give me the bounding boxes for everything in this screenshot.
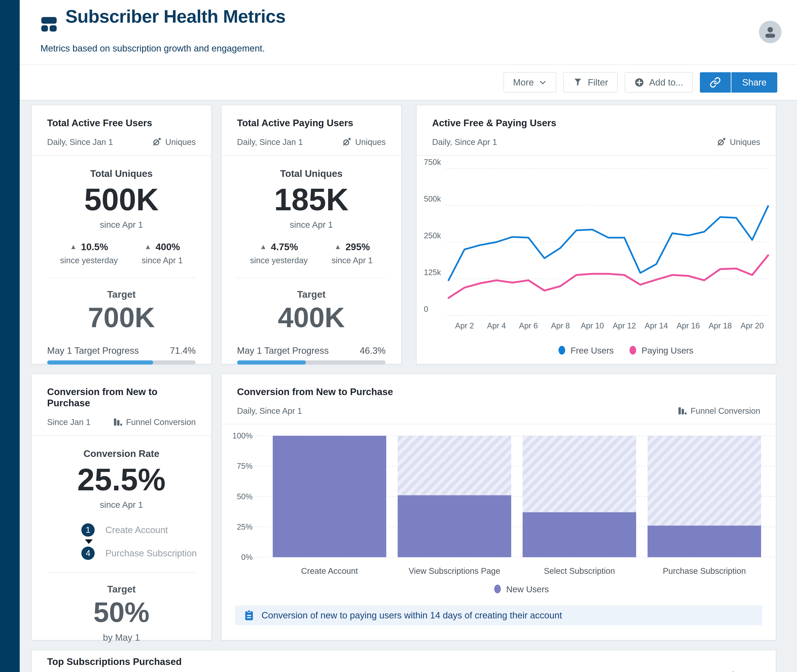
share-button-label: Share xyxy=(742,77,767,88)
svg-text:125k: 125k xyxy=(424,268,441,277)
target-value: 700K xyxy=(32,303,211,332)
card-head: Active Free & Paying Users Daily, Since … xyxy=(417,105,776,155)
svg-text:Apr 18: Apr 18 xyxy=(709,322,732,330)
card-head: Conversion from New to Purchase Daily, S… xyxy=(222,374,776,424)
uniques-icon xyxy=(152,137,161,147)
target-value: 50% xyxy=(32,598,211,627)
delta-since-apr: ▲295% since Apr 1 xyxy=(332,241,373,265)
more-button[interactable]: More xyxy=(503,72,556,93)
progress-bar xyxy=(47,360,196,365)
svg-text:Apr 6: Apr 6 xyxy=(519,322,538,330)
up-triangle-icon: ▲ xyxy=(334,243,342,251)
svg-text:Paying Users: Paying Users xyxy=(642,346,693,355)
metric-label: Total Uniques xyxy=(222,168,401,179)
svg-text:0: 0 xyxy=(424,305,428,314)
left-sidebar xyxy=(0,0,20,672)
copy-link-button[interactable] xyxy=(700,72,732,93)
add-to-button[interactable]: Add to... xyxy=(625,72,693,93)
card-title: Conversion from New to Purchase xyxy=(47,386,196,408)
svg-text:Apr 8: Apr 8 xyxy=(551,322,570,330)
target-progress-row: May 1 Target Progress 46.3% xyxy=(237,346,386,356)
card-subtitle: Daily, Apr-Jun 1 xyxy=(47,671,105,672)
page-header: Subscriber Health Metrics Metrics based … xyxy=(20,0,797,65)
link-icon xyxy=(710,77,721,88)
card-conversion-funnel-chart: 100%75%50%25%0%Create AccountView Subscr… xyxy=(221,374,776,640)
metric-value: 185K xyxy=(222,183,401,216)
card-top-subscriptions: Top Subscriptions Purchased Daily, Apr-J… xyxy=(31,650,776,672)
card-body: Total Uniques 185K since Apr 1 ▲4.75% si… xyxy=(222,168,401,365)
card-head: Top Subscriptions Purchased Daily, Apr-J… xyxy=(32,650,776,672)
card-subtitle: Since Jan 1 xyxy=(47,418,91,427)
more-button-label: More xyxy=(513,77,534,88)
card-title: Conversion from New to Purchase xyxy=(237,386,760,397)
card-subtitle: Daily, Since Jan 1 xyxy=(237,138,303,147)
svg-text:New Users: New Users xyxy=(506,584,549,594)
card-subtitle: Daily, Since Jan 1 xyxy=(47,138,113,147)
chart-note-text: Conversion of new to paying users within… xyxy=(262,610,562,621)
card-conversion-summary: Conversion from New to Purchase Since Ja… xyxy=(31,374,212,640)
uniques-icon xyxy=(342,137,351,147)
divider xyxy=(47,572,196,573)
step-number-badge: 1 xyxy=(81,523,95,537)
filter-funnel-icon xyxy=(573,77,583,87)
up-triangle-icon: ▲ xyxy=(144,243,152,251)
progress-bar-fill xyxy=(237,360,306,365)
metric-mode: Funnel Conversion xyxy=(113,417,196,427)
svg-text:Apr 16: Apr 16 xyxy=(677,322,700,330)
card-head: Total Active Free Users Daily, Since Jan… xyxy=(32,105,211,155)
add-to-button-label: Add to... xyxy=(649,77,683,88)
card-total-active-free-users: Total Active Free Users Daily, Since Jan… xyxy=(31,105,212,364)
svg-text:0%: 0% xyxy=(241,553,252,562)
funnel-steps: 1 Create Account 4 Purchase Subscription xyxy=(81,523,211,560)
person-icon xyxy=(762,24,778,40)
metric-value: 25.5% xyxy=(32,463,211,496)
metric-mode: Uniques xyxy=(152,137,196,147)
share-button-group: Share xyxy=(700,72,777,93)
share-button[interactable]: Share xyxy=(732,72,777,93)
svg-text:500k: 500k xyxy=(424,195,441,203)
uniques-icon xyxy=(717,137,726,147)
plus-circle-icon xyxy=(634,77,644,87)
svg-text:750k: 750k xyxy=(424,158,441,166)
svg-text:Apr 14: Apr 14 xyxy=(645,322,668,330)
card-total-active-paying-users: Total Active Paying Users Daily, Since J… xyxy=(221,105,402,364)
card-title: Active Free & Paying Users xyxy=(432,117,760,128)
funnel-step-2: 4 Purchase Subscription xyxy=(81,547,211,560)
card-head: Conversion from New to Purchase Since Ja… xyxy=(32,374,211,435)
card-subtitle: Daily, Since Apr 1 xyxy=(432,138,497,147)
delta-yesterday: ▲10.5% since yesterday xyxy=(60,241,118,265)
up-triangle-icon: ▲ xyxy=(260,243,267,251)
metric-mode: Funnel Conversion xyxy=(677,406,760,416)
metric-since: since Apr 1 xyxy=(222,220,401,230)
dashboard-logo-icon xyxy=(40,14,61,34)
down-arrow-icon xyxy=(84,539,211,544)
card-head: Total Active Paying Users Daily, Since J… xyxy=(222,105,401,155)
card-title: Total Active Free Users xyxy=(47,117,196,128)
card-active-free-paying-users-chart: 750k500k250k125k0Apr 2Apr 4Apr 6Apr 8Apr… xyxy=(416,105,776,364)
svg-text:Apr 20: Apr 20 xyxy=(741,322,764,330)
dashboard-page: Subscriber Health Metrics Metrics based … xyxy=(0,0,797,672)
svg-text:50%: 50% xyxy=(237,492,252,501)
svg-text:Apr 10: Apr 10 xyxy=(581,322,604,330)
svg-text:25%: 25% xyxy=(237,523,252,531)
target-value: 400K xyxy=(222,303,401,332)
page-subtitle: Metrics based on subscription growth and… xyxy=(40,43,265,54)
target-label: Target xyxy=(32,289,211,300)
progress-bar-fill xyxy=(47,360,153,365)
chevron-down-icon xyxy=(539,78,547,86)
funnel-conversion-icon xyxy=(677,406,687,416)
svg-text:75%: 75% xyxy=(237,462,252,470)
metric-label: Conversion Rate xyxy=(32,448,211,459)
avatar[interactable] xyxy=(759,21,781,43)
metric-label: Total Uniques xyxy=(32,168,211,179)
uniques-icon xyxy=(725,671,735,672)
svg-text:Apr 4: Apr 4 xyxy=(487,322,506,330)
divider xyxy=(47,278,196,278)
svg-text:Create Account: Create Account xyxy=(301,566,358,576)
card-title: Total Active Paying Users xyxy=(237,117,386,128)
target-caption: by May 1 xyxy=(32,632,211,643)
card-title: Top Subscriptions Purchased xyxy=(47,656,760,667)
svg-text:Select Subscription: Select Subscription xyxy=(544,566,615,576)
filter-button[interactable]: Filter xyxy=(563,72,618,93)
card-body: Conversion Rate 25.5% since Apr 1 1 Crea… xyxy=(32,448,211,643)
